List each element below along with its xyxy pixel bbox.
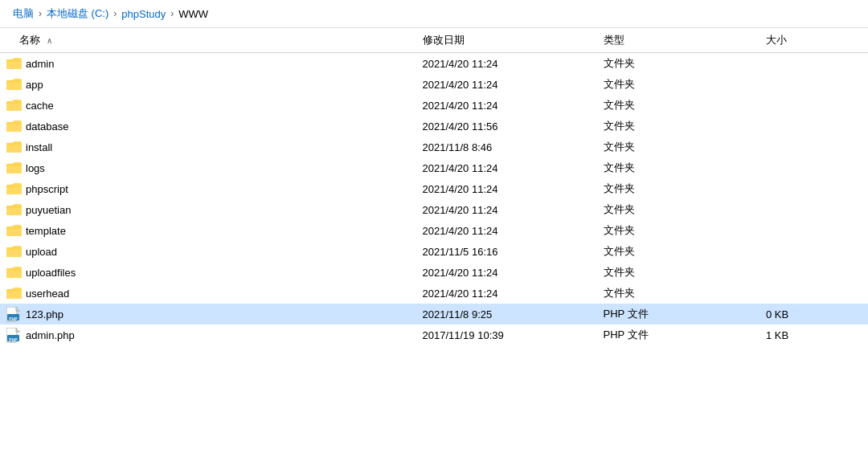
folder-icon <box>6 224 21 237</box>
file-type-cell: PHP 文件 <box>597 324 760 345</box>
table-row[interactable]: userhead2021/4/20 11:24文件夹 <box>0 283 868 304</box>
file-date-cell: 2021/4/20 11:24 <box>416 178 597 199</box>
col-header-size[interactable]: 大小 <box>760 28 868 53</box>
file-name-text: template <box>26 225 66 237</box>
file-type-cell: 文件夹 <box>597 157 760 178</box>
col-header-type[interactable]: 类型 <box>597 28 760 53</box>
breadcrumb-separator: › <box>170 8 174 19</box>
table-row[interactable]: PHP admin.php2017/11/19 10:39PHP 文件1 KB <box>0 324 868 345</box>
breadcrumb-separator: › <box>39 8 42 19</box>
file-name-cell: database <box>0 116 416 137</box>
file-name-text: admin.php <box>26 329 75 341</box>
file-type-cell: 文件夹 <box>597 95 760 116</box>
svg-rect-35 <box>6 227 22 229</box>
table-row[interactable]: app2021/4/20 11:24文件夹 <box>0 74 868 95</box>
file-type-cell: 文件夹 <box>597 283 760 304</box>
file-size-cell: 1 KB <box>760 324 868 345</box>
file-name-cell: uploadfiles <box>0 262 416 283</box>
breadcrumb: 电脑 › 本地磁盘 (C:) › phpStudy › WWW <box>0 0 868 28</box>
file-name-text: database <box>26 120 69 133</box>
table-row[interactable]: upload2021/11/5 16:16文件夹 <box>0 241 868 262</box>
file-size-cell <box>760 116 868 137</box>
file-list-container: 名称 ∧ 修改日期 类型 大小 admin2021/4/20 11:24文件夹 <box>0 28 868 450</box>
file-type-cell: 文件夹 <box>597 199 760 220</box>
file-type-cell: 文件夹 <box>597 178 760 199</box>
breadcrumb-separator: › <box>113 8 117 19</box>
file-name-text: 123.php <box>26 308 63 320</box>
table-row[interactable]: phpscript2021/4/20 11:24文件夹 <box>0 178 868 199</box>
file-table-body: admin2021/4/20 11:24文件夹 app2021/4/20 11:… <box>0 53 868 346</box>
file-type-cell: 文件夹 <box>597 74 760 95</box>
file-name-text: app <box>26 79 43 91</box>
svg-rect-7 <box>6 81 22 83</box>
folder-icon <box>6 141 21 153</box>
php-file-icon: PHP <box>6 328 21 342</box>
file-date-cell: 2021/11/8 8:46 <box>416 137 597 157</box>
breadcrumb-current: WWW <box>178 8 208 20</box>
file-name-cell: userhead <box>0 283 416 304</box>
file-name-cell: admin <box>0 53 416 75</box>
file-name-cell: template <box>0 220 416 241</box>
file-name-cell: PHP admin.php <box>0 324 416 345</box>
svg-rect-47 <box>6 290 22 292</box>
file-size-cell <box>760 74 868 95</box>
breadcrumb-item[interactable]: 电脑 <box>13 6 34 21</box>
file-name-cell: logs <box>0 157 416 178</box>
php-file-icon: PHP <box>6 307 21 321</box>
file-date-cell: 2021/11/5 16:16 <box>416 241 597 262</box>
file-size-cell <box>760 53 868 75</box>
breadcrumb-item[interactable]: 本地磁盘 (C:) <box>47 6 108 21</box>
folder-icon <box>6 203 21 216</box>
file-type-cell: 文件夹 <box>597 116 760 137</box>
table-row[interactable]: uploadfiles2021/4/20 11:24文件夹 <box>0 262 868 283</box>
table-row[interactable]: template2021/4/20 11:24文件夹 <box>0 220 868 241</box>
file-size-cell <box>760 241 868 262</box>
file-name-cell: PHP 123.php <box>0 304 416 324</box>
table-row[interactable]: PHP 123.php2021/11/8 9:25PHP 文件0 KB <box>0 304 868 324</box>
folder-icon <box>6 57 21 70</box>
file-name-text: cache <box>26 100 54 112</box>
table-row[interactable]: logs2021/4/20 11:24文件夹 <box>0 157 868 178</box>
sort-arrow-name: ∧ <box>47 36 52 45</box>
file-date-cell: 2021/4/20 11:24 <box>416 95 597 116</box>
folder-icon <box>6 245 21 258</box>
folder-icon <box>6 161 21 174</box>
folder-icon <box>6 99 21 112</box>
folder-icon <box>6 78 21 91</box>
svg-rect-15 <box>6 123 22 124</box>
svg-rect-11 <box>6 102 22 104</box>
file-size-cell <box>760 157 868 178</box>
file-date-cell: 2021/4/20 11:24 <box>416 220 597 241</box>
file-name-cell: phpscript <box>0 178 416 199</box>
file-size-cell <box>760 220 868 241</box>
file-size-cell <box>760 199 868 220</box>
breadcrumb-item[interactable]: phpStudy <box>121 8 166 20</box>
folder-icon <box>6 287 21 300</box>
file-type-cell: 文件夹 <box>597 220 760 241</box>
file-size-cell <box>760 95 868 116</box>
file-date-cell: 2017/11/19 10:39 <box>416 324 597 345</box>
file-name-cell: install <box>0 137 416 157</box>
folder-icon <box>6 120 21 133</box>
file-name-cell: puyuetian <box>0 199 416 220</box>
file-date-cell: 2021/4/20 11:24 <box>416 53 597 75</box>
table-row[interactable]: install2021/11/8 8:46文件夹 <box>0 137 868 157</box>
table-row[interactable]: puyuetian2021/4/20 11:24文件夹 <box>0 199 868 220</box>
file-name-text: uploadfiles <box>26 267 76 279</box>
file-name-text: upload <box>26 246 57 258</box>
file-date-cell: 2021/4/20 11:24 <box>416 262 597 283</box>
file-date-cell: 2021/4/20 11:24 <box>416 157 597 178</box>
file-name-text: admin <box>26 58 54 70</box>
table-row[interactable]: database2021/4/20 11:56文件夹 <box>0 116 868 137</box>
col-header-name[interactable]: 名称 ∧ <box>0 28 416 53</box>
file-date-cell: 2021/4/20 11:24 <box>416 283 597 304</box>
file-size-cell <box>760 283 868 304</box>
col-header-date[interactable]: 修改日期 <box>416 28 597 53</box>
svg-text:PHP: PHP <box>9 337 18 342</box>
table-row[interactable]: admin2021/4/20 11:24文件夹 <box>0 53 868 75</box>
folder-icon <box>6 182 21 195</box>
file-type-cell: 文件夹 <box>597 53 760 75</box>
svg-rect-3 <box>6 60 22 62</box>
file-date-cell: 2021/4/20 11:56 <box>416 116 597 137</box>
table-row[interactable]: cache2021/4/20 11:24文件夹 <box>0 95 868 116</box>
